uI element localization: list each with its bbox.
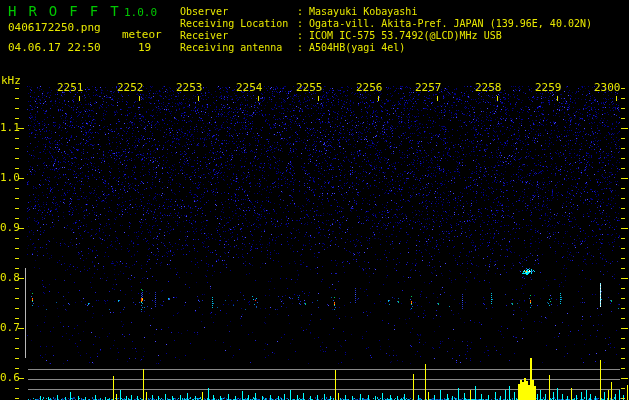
- app-version: 1.0.0: [124, 6, 157, 19]
- freq-label: 0.7: [0, 321, 18, 334]
- time-label: 2257: [415, 81, 442, 94]
- freq-label: 0.9: [0, 221, 18, 234]
- time-label: 2300: [594, 81, 621, 94]
- spectrogram-canvas: [0, 0, 629, 400]
- freq-label: 1.1: [0, 121, 18, 134]
- station-info-panel: Observer: Masayuki KobayashiReceiving Lo…: [180, 6, 592, 54]
- info-row: Receiver: ICOM IC-575 53.7492(@LCD)MHz U…: [180, 30, 592, 42]
- time-label: 2252: [117, 81, 144, 94]
- info-row: Receiving Location: Ogata-vill. Akita-Pr…: [180, 18, 592, 30]
- time-label: 2255: [296, 81, 323, 94]
- info-row: Observer: Masayuki Kobayashi: [180, 6, 592, 18]
- freq-label: 0.6: [0, 371, 18, 384]
- app-title: HROFFT: [8, 3, 131, 19]
- time-label: 2251: [57, 81, 84, 94]
- freq-axis-unit: kHz: [1, 74, 21, 87]
- time-label: 2259: [535, 81, 562, 94]
- output-filename: 0406172250.png: [8, 21, 101, 34]
- time-label: 2254: [236, 81, 263, 94]
- freq-label: 1.0: [0, 171, 18, 184]
- time-label: 2253: [176, 81, 203, 94]
- time-label: 2258: [475, 81, 502, 94]
- observation-datetime: 04.06.17 22:50: [8, 41, 101, 54]
- hrofft-window: HROFFT 1.0.0 0406172250.png meteor 04.06…: [0, 0, 629, 400]
- freq-label: 0.8: [0, 271, 18, 284]
- mode-label: meteor: [122, 28, 162, 41]
- echo-count: 19: [138, 41, 151, 54]
- info-row: Receiving antenna: A504HB(yagi 4el): [180, 42, 592, 54]
- time-label: 2256: [356, 81, 383, 94]
